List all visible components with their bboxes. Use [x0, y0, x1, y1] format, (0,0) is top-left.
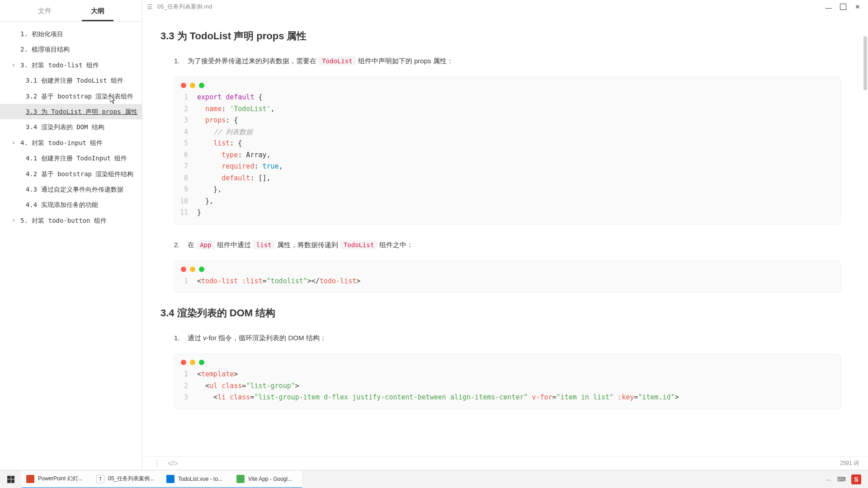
- app-icon: T: [96, 475, 104, 483]
- line-number: 1: [175, 369, 197, 380]
- line-number: 9: [175, 184, 197, 196]
- app-icon: [166, 475, 175, 483]
- content-area[interactable]: 3.3 为 TodoList 声明 props 属性 1. 为了接受外界传递过来…: [142, 14, 868, 456]
- taskbar-item[interactable]: PowerPoint 幻灯...: [22, 470, 92, 488]
- inline-code: TodoList: [318, 56, 356, 66]
- back-button[interactable]: 〈: [151, 459, 159, 468]
- mac-dots: [175, 77, 840, 92]
- sidebar-tabs: 文件 大纲: [0, 0, 142, 22]
- code-line: 6 type: Array,: [175, 150, 840, 161]
- list-number: 2.: [174, 238, 188, 252]
- outline-item[interactable]: 4.2 基于 bootstrap 渲染组件结构: [0, 166, 142, 182]
- scrollbar-thumb[interactable]: [863, 36, 867, 90]
- start-button[interactable]: [0, 470, 22, 488]
- app-icon: [236, 475, 245, 483]
- line-number: 3: [175, 392, 197, 404]
- code-text: },: [197, 196, 840, 207]
- code-text: default: [],: [197, 173, 840, 184]
- taskbar-label: 05_任务列表案例...: [108, 475, 154, 483]
- line-number: 8: [175, 173, 197, 184]
- code-toggle[interactable]: </>: [168, 460, 178, 468]
- ime-indicator[interactable]: S: [851, 474, 861, 484]
- outline-label: 3. 封装 todo-list 组件: [20, 60, 99, 70]
- code-text: },: [197, 184, 840, 196]
- outline-label: 3.4 渲染列表的 DOM 结构: [26, 122, 104, 132]
- list-number: 1.: [174, 54, 188, 68]
- menu-icon[interactable]: ☰: [147, 3, 153, 10]
- minimize-button[interactable]: [826, 8, 832, 9]
- code-text: <li class="list-group-item d-flex justif…: [197, 392, 840, 404]
- code-text: type: Array,: [197, 150, 840, 161]
- taskbar-item[interactable]: TodoList.vue - to...: [162, 470, 232, 488]
- mac-dots: [175, 261, 840, 276]
- line-number: 4: [175, 127, 197, 138]
- line-number: 1: [175, 92, 197, 103]
- code-text: <ul class="list-group">: [197, 380, 840, 392]
- outline-item[interactable]: 4.1 创建并注册 TodoInput 组件: [0, 150, 142, 166]
- code-text: list: {: [197, 138, 840, 150]
- chevron-icon[interactable]: ∨: [12, 139, 18, 146]
- code-line: 1<template>: [175, 369, 840, 380]
- code-line: 2 <ul class="list-group">: [175, 380, 840, 392]
- heading-3-4: 3.4 渲染列表的 DOM 结构: [160, 306, 841, 320]
- tab-file[interactable]: 文件: [29, 0, 61, 21]
- outline-item[interactable]: 3.2 基于 bootstrap 渲染列表组件: [0, 89, 142, 104]
- outline-label: 3.3 为 TodoList 声明 props 属性: [26, 107, 137, 117]
- code-line: 3 props: {: [175, 115, 840, 127]
- tray-chevron-icon[interactable]: ︿: [826, 475, 832, 483]
- footer-bar: 〈 </> 2591 词: [142, 456, 868, 470]
- line-number: 7: [175, 161, 197, 173]
- text: 在: [188, 241, 196, 249]
- outline-item[interactable]: 3.1 创建并注册 TodoList 组件: [0, 73, 142, 88]
- paragraph-text: 为了接受外界传递过来的列表数据，需要在 TodoList 组件中声明如下的 pr…: [188, 54, 841, 68]
- outline-label: 3.1 创建并注册 TodoList 组件: [26, 75, 123, 85]
- outline-label: 5. 封装 todo-button 组件: [20, 216, 107, 225]
- paragraph-2: 2. 在 App 组件中通过 list 属性，将数据传递到 TodoList 组…: [160, 238, 841, 252]
- line-number: 11: [175, 207, 197, 219]
- inline-code: App: [196, 240, 215, 249]
- taskbar: PowerPoint 幻灯...T05_任务列表案例...TodoList.vu…: [0, 470, 868, 488]
- outline-item[interactable]: 2. 梳理项目结构: [0, 42, 142, 57]
- system-tray: ︿ ⌨ S: [819, 470, 868, 488]
- outline-item[interactable]: 1. 初始化项目: [0, 26, 142, 42]
- app-icon: [26, 475, 34, 483]
- sidebar: 文件 大纲 1. 初始化项目2. 梳理项目结构∨3. 封装 todo-list …: [0, 0, 142, 470]
- chevron-icon[interactable]: >: [12, 217, 18, 224]
- paragraph-text: 在 App 组件中通过 list 属性，将数据传递到 TodoList 组件之中…: [188, 238, 841, 252]
- code-block-2: 1<todo-list :list="todolist"></todo-list…: [174, 261, 841, 293]
- outline-item[interactable]: >5. 封装 todo-button 组件: [0, 213, 142, 228]
- outline-item[interactable]: 4.3 通过自定义事件向外传递数据: [0, 182, 142, 197]
- tab-outline[interactable]: 大纲: [82, 0, 113, 21]
- code-line: 1<todo-list :list="todolist"></todo-list…: [175, 276, 840, 287]
- taskbar-item[interactable]: T05_任务列表案例...: [92, 470, 162, 488]
- code-line: 5 list: {: [175, 138, 840, 150]
- tray-keyboard-icon[interactable]: ⌨: [837, 476, 846, 483]
- list-number: 1.: [174, 331, 188, 345]
- code-line: 2 name: 'TodoList',: [175, 103, 840, 115]
- word-count: 2591 词: [840, 460, 859, 467]
- close-button[interactable]: [854, 4, 861, 10]
- code-text: <template>: [197, 369, 840, 380]
- taskbar-label: TodoList.vue - to...: [178, 476, 222, 482]
- outline-label: 3.2 基于 bootstrap 渲染列表组件: [26, 91, 133, 101]
- line-number: 5: [175, 138, 197, 150]
- maximize-button[interactable]: [840, 4, 846, 10]
- outline-item[interactable]: 3.3 为 TodoList 声明 props 属性: [0, 104, 142, 119]
- line-number: 2: [175, 103, 197, 115]
- outline-item[interactable]: 4.4 实现添加任务的功能: [0, 197, 142, 212]
- outline-item[interactable]: ∨3. 封装 todo-list 组件: [0, 57, 142, 73]
- text: 属性，将数据传递到: [277, 241, 340, 249]
- filename: 05_任务列表案例.md: [157, 3, 826, 11]
- inline-code: list: [253, 240, 275, 249]
- inline-code: TodoList: [340, 240, 377, 249]
- outline-item[interactable]: ∨4. 封装 todo-input 组件: [0, 135, 142, 150]
- chevron-icon[interactable]: ∨: [12, 61, 18, 69]
- code-line: 11}: [175, 207, 840, 219]
- code-text: }: [197, 207, 840, 219]
- outline-list: 1. 初始化项目2. 梳理项目结构∨3. 封装 todo-list 组件3.1 …: [0, 22, 142, 470]
- code-text: export default {: [197, 92, 840, 103]
- code-line: 9 },: [175, 184, 840, 196]
- taskbar-item[interactable]: Vite App - Googl...: [232, 470, 302, 488]
- taskbar-label: PowerPoint 幻灯...: [38, 475, 83, 483]
- outline-item[interactable]: 3.4 渲染列表的 DOM 结构: [0, 119, 142, 135]
